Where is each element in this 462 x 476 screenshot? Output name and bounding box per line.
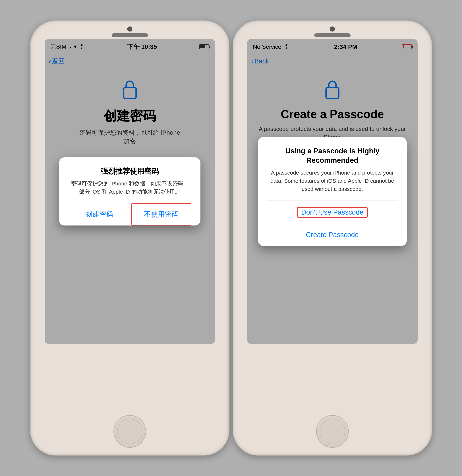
screen-content-cn: 创建密码 密码可保护您的资料，也可给 iPhone加密 强烈推荐使用密码 密码可… <box>45 68 215 151</box>
speaker-grille-cn <box>112 33 148 37</box>
phone-screen-en: No Service 2:34 PM <box>247 39 418 344</box>
front-camera-cn <box>127 26 132 32</box>
home-button-inner-cn <box>117 419 143 444</box>
home-button-area-en <box>316 415 349 448</box>
phone-top-cn <box>31 21 229 37</box>
dialog-dont-use-btn-cn[interactable]: 不使用密码 <box>131 203 191 225</box>
dialog-overlay-cn: 强烈推荐使用密码 密码可保护您的 iPhone 和数据。如果不设密码，部分 iO… <box>45 40 215 343</box>
dialog-title-en: Using a Passcode is Highly Recommended <box>267 146 398 165</box>
dialog-create-passcode-btn-en[interactable]: Create Passcode <box>267 224 398 246</box>
phone-screen-cn: 无SIM卡 ▾ 下午 10:35 <box>45 39 215 344</box>
phone-top-en <box>233 21 432 37</box>
dialog-box-en: Using a Passcode is Highly Recommended A… <box>258 137 407 246</box>
front-camera-en <box>330 26 335 32</box>
dont-use-highlight: Don't Use Passcode <box>297 207 368 218</box>
photo-container: 无SIM卡 ▾ 下午 10:35 <box>30 20 432 456</box>
dialog-create-passcode-btn-cn[interactable]: 创建密码 <box>68 203 131 225</box>
dialog-buttons-cn: 创建密码 不使用密码 <box>68 203 191 225</box>
speaker-grille-en <box>314 33 351 37</box>
home-button-en[interactable] <box>316 415 349 448</box>
dialog-buttons-en: Don't Use Passcode Create Passcode <box>267 200 398 246</box>
dialog-dont-use-btn-en[interactable]: Don't Use Passcode <box>267 200 398 224</box>
phone-en: No Service 2:34 PM <box>233 20 432 456</box>
home-button-inner-en <box>320 419 345 444</box>
phone-cn: 无SIM卡 ▾ 下午 10:35 <box>30 20 229 456</box>
dialog-overlay-en: Using a Passcode is Highly Recommended A… <box>248 40 417 343</box>
dialog-title-cn: 强烈推荐使用密码 <box>68 166 191 176</box>
dialog-box-cn: 强烈推荐使用密码 密码可保护您的 iPhone 和数据。如果不设密码，部分 iO… <box>59 157 201 225</box>
home-button-area-cn <box>113 415 146 448</box>
dialog-message-en: A passcode secures your iPhone and prote… <box>267 169 398 193</box>
dialog-message-cn: 密码可保护您的 iPhone 和数据。如果不设密码，部分 iOS 和 Apple… <box>68 179 191 196</box>
screen-content-en: Create a Passcode A passcode protects yo… <box>248 68 417 146</box>
home-button-cn[interactable] <box>113 415 146 448</box>
